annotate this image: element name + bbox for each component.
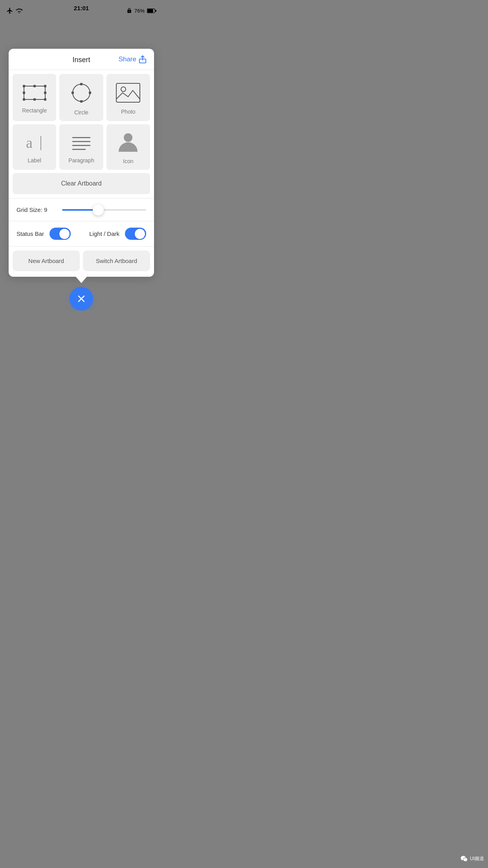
status-bar-toggle-label: Status Bar [17, 230, 44, 237]
circle-icon [70, 81, 93, 105]
share-label: Share [119, 55, 136, 63]
paragraph-icon [70, 132, 93, 153]
svg-rect-2 [155, 10, 156, 12]
circle-item[interactable]: Circle [59, 74, 103, 121]
bottom-buttons: New Artboard Switch Artboard [9, 246, 154, 277]
grid-size-slider[interactable] [62, 209, 146, 211]
svg-rect-12 [44, 92, 46, 94]
insert-popup: Insert Share [9, 49, 154, 277]
airplane-icon [6, 7, 13, 14]
status-bar: 21:01 76% [0, 0, 163, 17]
wifi-icon [16, 7, 23, 14]
svg-rect-7 [23, 98, 25, 101]
paragraph-label: Paragraph [68, 157, 94, 164]
svg-point-19 [121, 87, 126, 92]
share-icon [138, 55, 147, 64]
clear-artboard-button[interactable]: Clear Artboard [13, 173, 150, 194]
icon-label: Icon [123, 158, 133, 164]
popup-header: Insert Share [9, 49, 154, 70]
label-item[interactable]: a Label [13, 124, 56, 170]
close-fab[interactable] [70, 287, 93, 311]
light-dark-toggle-group: Light / Dark [89, 228, 146, 240]
light-dark-toggle-label: Light / Dark [89, 230, 119, 237]
svg-rect-11 [23, 92, 25, 94]
svg-rect-18 [116, 83, 140, 102]
status-left-icons [6, 7, 23, 14]
photo-label: Photo [121, 108, 136, 115]
svg-rect-14 [80, 83, 83, 85]
status-time: 21:01 [74, 5, 89, 11]
status-bar-toggle-knob [59, 229, 70, 239]
svg-rect-17 [89, 92, 91, 94]
lock-icon [127, 8, 132, 13]
svg-rect-8 [44, 98, 46, 101]
svg-point-13 [73, 84, 90, 101]
svg-rect-15 [80, 100, 83, 103]
photo-item[interactable]: Photo [106, 74, 150, 121]
battery-percent: 76% [134, 8, 145, 14]
light-dark-toggle-knob [135, 229, 145, 239]
popup-title: Insert [72, 56, 90, 64]
svg-text:a: a [26, 134, 33, 151]
toggles-section: Status Bar Light / Dark [9, 221, 154, 246]
popup-arrow [76, 277, 87, 283]
svg-rect-1 [147, 9, 153, 12]
status-bar-toggle[interactable] [50, 228, 71, 240]
rectangle-item[interactable]: Rectangle [13, 74, 56, 121]
svg-rect-5 [23, 85, 25, 87]
switch-artboard-button[interactable]: Switch Artboard [83, 250, 150, 271]
icon-icon [118, 131, 138, 153]
new-artboard-button[interactable]: New Artboard [13, 250, 80, 271]
label-icon: a [23, 132, 46, 153]
photo-icon [115, 82, 141, 104]
svg-rect-10 [33, 98, 36, 101]
light-dark-toggle[interactable] [125, 228, 146, 240]
rectangle-icon [21, 83, 48, 103]
circle-label: Circle [74, 109, 88, 116]
grid-size-section: Grid Size: 9 [9, 199, 154, 221]
grid-size-label: Grid Size: 9 [17, 206, 56, 213]
insert-grid: Rectangle Circle [9, 70, 154, 170]
close-icon [76, 293, 87, 304]
status-bar-toggle-group: Status Bar [17, 228, 71, 240]
icon-item[interactable]: Icon [106, 124, 150, 170]
svg-point-26 [124, 133, 132, 142]
svg-rect-6 [44, 85, 46, 87]
label-label: Label [28, 157, 41, 164]
svg-rect-9 [33, 85, 36, 87]
paragraph-item[interactable]: Paragraph [59, 124, 103, 170]
rectangle-label: Rectangle [22, 107, 47, 114]
status-right: 76% [127, 8, 156, 14]
battery-icon [147, 8, 156, 13]
svg-rect-4 [24, 86, 45, 99]
background-area [0, 17, 163, 49]
svg-rect-16 [72, 92, 74, 94]
share-button[interactable]: Share [119, 55, 147, 64]
